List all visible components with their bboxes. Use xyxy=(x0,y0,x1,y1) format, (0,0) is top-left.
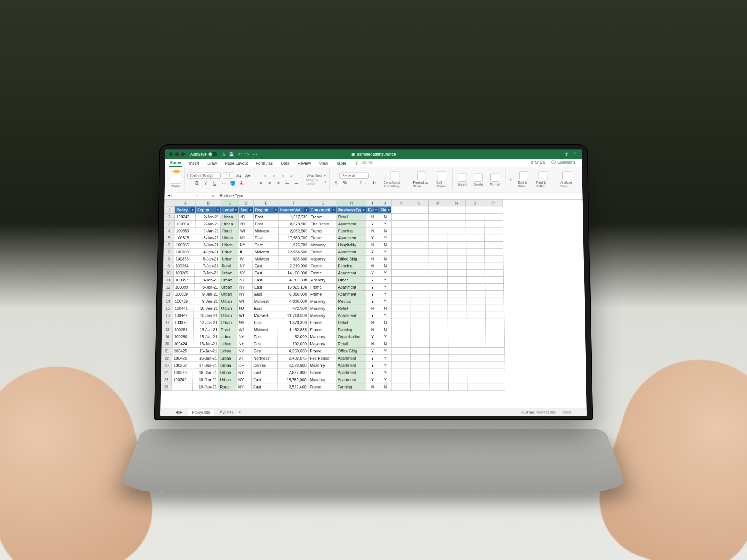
cell[interactable]: Y xyxy=(379,369,392,376)
cell[interactable] xyxy=(484,220,503,227)
cell[interactable]: N xyxy=(379,227,391,234)
cell[interactable]: East xyxy=(253,270,278,277)
row-header[interactable]: 5 xyxy=(164,234,174,242)
cell[interactable]: Y xyxy=(379,283,392,290)
cell[interactable]: Urban xyxy=(220,270,238,277)
name-box[interactable]: H1 xyxy=(164,194,194,198)
cell[interactable] xyxy=(430,369,449,376)
close-icon[interactable] xyxy=(169,152,173,156)
filter-dropdown-icon[interactable]: ▾ xyxy=(233,207,238,212)
cell[interactable]: Rural xyxy=(220,262,238,270)
row-header[interactable]: 6 xyxy=(164,241,174,248)
cell[interactable]: 9-Jan-21 xyxy=(194,298,219,305)
column-header[interactable]: M xyxy=(428,200,447,206)
cell[interactable]: Y xyxy=(379,333,392,340)
cell[interactable] xyxy=(467,298,485,305)
cell[interactable]: 16-Jan-21 xyxy=(193,340,219,348)
cell[interactable]: Urban xyxy=(221,220,239,227)
cell[interactable]: Midwest xyxy=(253,248,278,255)
cell[interactable]: Y xyxy=(379,362,392,369)
column-header[interactable]: A xyxy=(175,200,196,206)
decrease-font-icon[interactable]: A▾ xyxy=(244,172,251,179)
cell[interactable]: Urban xyxy=(219,333,237,340)
accept-formula-icon[interactable]: ✓ xyxy=(201,194,208,198)
cell[interactable] xyxy=(392,298,410,305)
cell[interactable]: Hospitality xyxy=(337,241,366,248)
column-header[interactable]: C xyxy=(221,200,239,206)
cell[interactable]: NY xyxy=(238,277,252,284)
cell[interactable] xyxy=(466,241,485,248)
cell[interactable] xyxy=(429,227,447,234)
cell[interactable]: 100252 xyxy=(172,362,193,369)
cell[interactable]: N xyxy=(366,340,379,348)
cell[interactable] xyxy=(171,383,193,391)
cell[interactable]: Y xyxy=(379,298,392,305)
cell[interactable]: Masonry xyxy=(308,376,336,383)
cell[interactable]: 100265 xyxy=(174,270,195,277)
cell[interactable]: 14,100,000 xyxy=(278,270,309,277)
cell[interactable] xyxy=(484,234,503,242)
cell[interactable]: WI xyxy=(238,255,253,262)
cell[interactable]: Urban xyxy=(219,305,237,312)
cell[interactable]: 82,000 xyxy=(278,333,309,340)
cell[interactable] xyxy=(466,277,485,284)
column-header[interactable]: I xyxy=(366,200,379,206)
cell[interactable] xyxy=(466,234,484,242)
align-bottom-icon[interactable]: ≡ xyxy=(279,172,286,179)
cell[interactable] xyxy=(430,376,449,383)
cell[interactable]: Y xyxy=(366,376,379,383)
fill-color-button[interactable]: 🪣 xyxy=(229,180,236,187)
cell[interactable]: Farming xyxy=(337,262,366,270)
cell[interactable]: East xyxy=(252,283,278,290)
cell[interactable]: 100315 xyxy=(174,234,195,242)
cell[interactable]: 100372 xyxy=(173,319,194,326)
cell[interactable] xyxy=(429,340,448,348)
cell[interactable] xyxy=(447,270,466,277)
cancel-formula-icon[interactable]: × xyxy=(194,194,201,198)
cell[interactable] xyxy=(391,227,410,234)
cell[interactable] xyxy=(428,206,447,214)
cell[interactable]: WI xyxy=(237,326,252,333)
cell[interactable]: 12,934,500 xyxy=(278,248,309,255)
cell[interactable]: Frame xyxy=(309,290,336,298)
row-header[interactable]: 14 xyxy=(162,298,173,305)
cell[interactable] xyxy=(486,348,505,355)
share-button[interactable]: ⇧ Share xyxy=(530,160,546,165)
cell[interactable]: East xyxy=(252,348,278,355)
filter-dropdown-icon[interactable]: ▾ xyxy=(248,207,253,212)
cell[interactable]: Y xyxy=(379,348,392,355)
cell[interactable]: 2,432,875 xyxy=(278,355,309,362)
row-header[interactable]: 9 xyxy=(163,262,174,270)
cell[interactable]: N xyxy=(366,326,379,333)
cell[interactable] xyxy=(448,362,467,369)
cell[interactable]: Office Bldg xyxy=(336,348,366,355)
cell[interactable]: Urban xyxy=(219,340,237,348)
column-header[interactable]: O xyxy=(466,200,484,206)
cell[interactable] xyxy=(447,277,466,284)
cell[interactable]: Y xyxy=(379,312,392,319)
cell[interactable]: Y xyxy=(366,333,379,340)
cell[interactable]: 13,750,000 xyxy=(277,376,308,383)
cell[interactable]: NY xyxy=(238,283,252,290)
cell[interactable]: Apartment xyxy=(336,290,366,298)
cell[interactable]: 100426 xyxy=(172,355,193,362)
column-header[interactable]: P xyxy=(484,200,503,206)
cell[interactable]: Midwest xyxy=(252,312,278,319)
cell[interactable] xyxy=(485,248,503,255)
cell[interactable]: N xyxy=(379,326,392,333)
cell[interactable] xyxy=(410,290,429,298)
cell[interactable] xyxy=(447,241,466,248)
table-header-cell[interactable]: Stat▾ xyxy=(239,206,254,214)
cell[interactable] xyxy=(392,326,410,333)
cell[interactable] xyxy=(486,326,504,333)
cell[interactable]: N xyxy=(379,262,391,270)
sort-filter-button[interactable] xyxy=(519,171,528,180)
cell[interactable]: 100242 xyxy=(175,214,196,221)
cell[interactable] xyxy=(410,305,429,312)
cell[interactable] xyxy=(448,305,467,312)
cell[interactable]: 100264 xyxy=(174,262,195,270)
cell[interactable]: 100425 xyxy=(172,348,193,355)
cell[interactable]: NY xyxy=(238,262,253,270)
cell[interactable] xyxy=(467,348,486,355)
filter-dropdown-icon[interactable]: ▾ xyxy=(361,207,366,212)
